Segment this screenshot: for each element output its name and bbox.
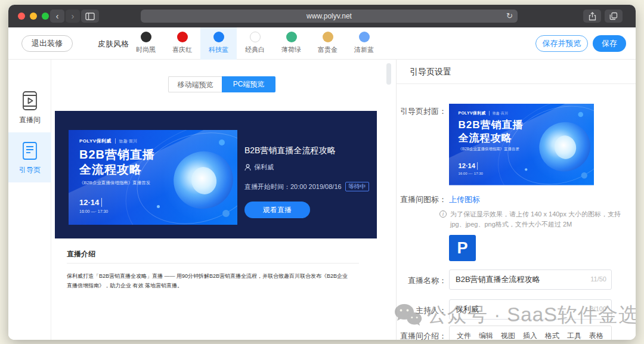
blue-swatch [213, 32, 224, 42]
editor-menu-file[interactable]: 文件 [457, 331, 471, 340]
upload-icon-link[interactable]: 上传图标 [449, 194, 480, 205]
logo-divider [115, 138, 116, 144]
banner-logos: POLYV保利威 致趣·百川 [79, 138, 137, 144]
banner-dot [578, 112, 583, 117]
banner-dot [581, 172, 587, 178]
editor-menu-insert[interactable]: 插入 [523, 331, 537, 340]
start-time-text: 直播开始时间：20:00 2019/08/16 [244, 182, 342, 191]
sidebar-item-guide-page[interactable]: 引导页 [8, 132, 51, 182]
live-intro-text: 保利威打造「B2B营销直播全攻略」直播 —— 用90分钟拆解B2B营销直播全流程… [67, 271, 352, 290]
banner-title-line1: B2B营销直播 [79, 147, 155, 163]
skin-option-black[interactable]: 时尚黑 [128, 27, 164, 60]
traffic-lights [18, 13, 49, 20]
desktop-background: ‹ › www.polyv.net ↻ [0, 0, 644, 344]
banner-time: 16:00 —· 17:30 [79, 209, 108, 213]
share-button[interactable] [583, 10, 601, 23]
live-name-field-wrap: 11/50 [449, 269, 612, 290]
editor-menu-edit[interactable]: 编辑 [479, 331, 493, 340]
banner-title-line1: B2B营销直播 [458, 118, 523, 132]
banner-date: 12·14 [79, 198, 102, 207]
skin-option-label: 富贵金 [318, 45, 338, 54]
preview-scrollbar[interactable] [386, 63, 391, 85]
forward-button[interactable]: › [66, 10, 80, 23]
lightblue-swatch [359, 32, 370, 42]
banner-date: 12·14 [458, 162, 478, 170]
person-icon [244, 164, 251, 171]
minimize-window-button[interactable] [30, 13, 37, 20]
cover-thumbnail[interactable]: POLYV保利威 致趣·百川 B2B营销直播 全流程攻略 《B2B企业直播倍增指… [449, 104, 594, 186]
banner-dot [222, 210, 230, 217]
green-swatch [286, 32, 297, 42]
status-badge: 等待中 [345, 182, 369, 191]
skin-option-gold[interactable]: 富贵金 [309, 27, 346, 60]
live-room-icon [21, 91, 39, 111]
banner-dot [219, 140, 225, 145]
back-button[interactable]: ‹ [50, 10, 64, 23]
panel-divider [397, 83, 636, 84]
white-swatch [250, 32, 261, 42]
landing-banner-section: POLYV保利威 致趣·百川 B2B营销直播 全流程攻略 《B2B企业直播倍增指… [55, 111, 377, 238]
tab-pc-preview[interactable]: PC端预览 [222, 76, 275, 92]
sidebar-item-live-room[interactable]: 直播间 [8, 82, 51, 132]
close-window-button[interactable] [18, 13, 25, 20]
editor-menu-view[interactable]: 视图 [501, 331, 515, 340]
tabs-overview-button[interactable] [605, 10, 623, 23]
sidebar-item-label: 引导页 [19, 165, 41, 175]
host-label: 主持人： [397, 305, 447, 316]
tab-mobile-preview[interactable]: 移动端预览 [168, 76, 222, 92]
host-field-wrap: 3/100 [449, 299, 612, 320]
icon-upload-hint: 为了保证显示效果，请上传 140 x 140px 大小的图标，支持jpg、jpe… [450, 209, 622, 230]
decorator-toolbar: 退出装修 皮肤风格 时尚黑 喜庆红 科技蓝 经典白 [8, 27, 636, 60]
copy-icon [609, 12, 618, 20]
host-counter: 3/100 [590, 305, 606, 312]
speaker-name: 保利威 [254, 163, 274, 172]
host-input[interactable] [449, 299, 612, 320]
url-text: www.polyv.net [306, 12, 352, 20]
skin-option-label: 清新蓝 [354, 45, 374, 54]
share-icon [589, 12, 596, 21]
polyv-logo: POLYV保利威 [458, 110, 485, 116]
zoom-window-button[interactable] [42, 13, 49, 20]
browser-titlebar: ‹ › www.polyv.net ↻ [8, 5, 636, 27]
skin-option-green[interactable]: 薄荷绿 [273, 27, 309, 60]
info-icon: i [439, 210, 447, 218]
rich-text-editor[interactable]: 文件 编辑 视图 插入 格式 工具 表格 [449, 326, 612, 340]
banner-time: 16:00 —· 17:30 [458, 172, 482, 175]
session-start-time: 直播开始时间：20:00 2019/08/16 等待中 [244, 182, 373, 191]
intro-divider [67, 263, 359, 264]
refresh-icon[interactable]: ↻ [506, 10, 513, 23]
left-sidebar: 直播间 引导页 [8, 60, 51, 340]
save-button[interactable]: 保存 [593, 35, 626, 52]
live-name-input[interactable] [449, 269, 612, 290]
editor-menu-table[interactable]: 表格 [589, 331, 603, 340]
editor-menubar: 文件 编辑 视图 插入 格式 工具 表格 [450, 326, 611, 340]
skin-option-label: 喜庆红 [172, 45, 192, 54]
black-swatch [141, 32, 151, 42]
partner-logo: 致趣·百川 [119, 138, 137, 144]
uploaded-room-icon[interactable]: P [449, 235, 476, 261]
live-name-counter: 11/50 [590, 275, 606, 283]
skin-option-lightblue[interactable]: 清新蓝 [346, 27, 382, 60]
watch-live-button[interactable]: 观看直播 [244, 202, 310, 218]
banner-dot [157, 205, 160, 208]
live-intro-heading: 直播介绍 [67, 249, 95, 259]
editor-menu-format[interactable]: 格式 [545, 331, 559, 340]
guide-page-settings-panel: 引导页设置 引导页封面： POLYV [396, 60, 636, 340]
exit-decoration-button[interactable]: 退出装修 [21, 35, 73, 52]
save-and-preview-button[interactable]: 保存并预览 [535, 35, 588, 52]
partner-logo: 致趣·百川 [493, 111, 508, 116]
preview-mode-tabs: 移动端预览 PC端预览 [168, 76, 275, 92]
red-swatch [177, 32, 188, 42]
skin-option-white[interactable]: 经典白 [237, 27, 273, 60]
address-bar[interactable]: www.polyv.net ↻ [141, 10, 518, 23]
session-title: B2B营销直播全流程攻略 [244, 145, 373, 156]
browser-window: ‹ › www.polyv.net ↻ [8, 5, 636, 340]
skin-option-red[interactable]: 喜庆红 [164, 27, 200, 60]
cover-banner-preview: POLYV保利威 致趣·百川 B2B营销直播 全流程攻略 《B2B企业直播倍增指… [449, 104, 594, 185]
room-intro-label: 直播间介绍： [397, 331, 447, 340]
editor-menu-tools[interactable]: 工具 [567, 331, 581, 340]
skin-option-blue-selected[interactable]: 科技蓝 [200, 27, 237, 60]
sidebar-toggle-button[interactable] [81, 10, 99, 23]
banner-title-line2: 全流程攻略 [458, 131, 512, 145]
banner-subtitle: 《B2B企业直播倍增指南》直播首发 [79, 180, 150, 186]
